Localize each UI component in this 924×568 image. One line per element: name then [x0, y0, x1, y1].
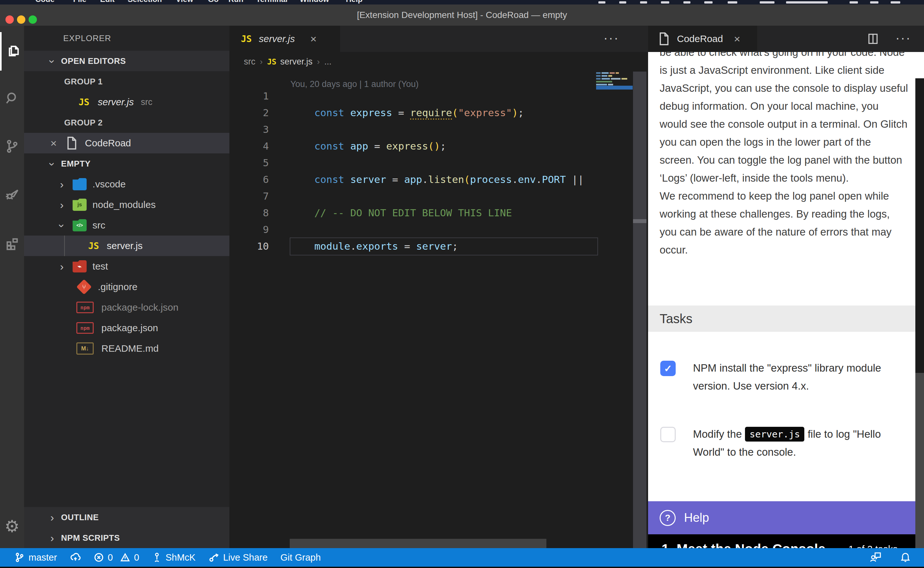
task1-checkbox-checked[interactable]: ✓ — [660, 361, 676, 376]
sync-status[interactable] — [70, 552, 81, 563]
close-tab-icon[interactable]: × — [310, 33, 317, 45]
npm-scripts-section-header[interactable]: › NPM SCRIPTS — [24, 527, 229, 548]
source-control-activity-button[interactable] — [0, 128, 24, 166]
code-line-3[interactable]: const app = express(); — [290, 121, 446, 137]
menu-item-code[interactable]: Code — [35, 0, 54, 4]
editor-scrollbar-thumb[interactable] — [633, 219, 647, 223]
open-editors-header[interactable]: › OPEN EDITORS — [24, 51, 229, 71]
code-line-9[interactable]: module.exports = server; — [290, 221, 458, 238]
menubar-status-icon — [619, 1, 626, 3]
editor-more-actions-icon[interactable]: ··· — [603, 31, 619, 45]
menu-item-help[interactable]: Help — [346, 0, 363, 4]
search-activity-button[interactable] — [0, 80, 24, 118]
notifications-bell-icon[interactable] — [900, 551, 911, 564]
code-token: ( — [452, 107, 458, 118]
tree-item-gitignore[interactable]: ⑂ .gitignore — [24, 276, 229, 297]
code-line-7[interactable]: // -- DO NOT EDIT BELOW THIS LINE — [290, 188, 512, 204]
debug-icon — [5, 186, 20, 202]
menu-item-go[interactable]: Go — [208, 0, 219, 4]
tree-item-label: test — [92, 261, 108, 272]
code-token: env — [518, 174, 536, 185]
tree-item-package-json[interactable]: npm package.json — [24, 318, 229, 338]
minimap[interactable] — [596, 71, 633, 123]
tree-item-label: package.json — [101, 323, 158, 334]
workspace-header[interactable]: › EMPTY — [24, 153, 229, 174]
liveshare-user-status[interactable]: ShMcK — [152, 552, 195, 563]
breadcrumb-symbol[interactable]: ... — [324, 57, 332, 67]
menu-item-file[interactable]: File — [73, 0, 86, 4]
editor-tab-bar: JS server.js × ··· — [229, 26, 648, 52]
open-editor-item-serverjs[interactable]: JS server.js src — [24, 92, 229, 112]
menu-item-edit[interactable]: Edit — [100, 0, 115, 4]
macos-menu-bar: Code File Edit Selection View Go Run Ter… — [0, 0, 924, 5]
npm-icon: npm — [76, 302, 94, 313]
line-number: 3 — [243, 121, 269, 137]
settings-gear-button[interactable]: ⚙ — [0, 507, 24, 545]
code-line-5[interactable]: const server = app.listen(process.env.PO… — [290, 154, 584, 171]
editor-scrollbar-track[interactable] — [633, 71, 647, 548]
tree-item-src[interactable]: › </> src — [24, 215, 229, 236]
breadcrumb-file[interactable]: server.js — [280, 57, 313, 67]
line-number: 1 — [243, 88, 269, 104]
tab-coderoad[interactable]: CodeRoad × — [648, 26, 757, 52]
search-icon — [5, 91, 20, 107]
feedback-icon[interactable] — [869, 551, 882, 564]
extensions-activity-button[interactable] — [0, 225, 24, 263]
split-editor-icon[interactable] — [867, 33, 879, 46]
live-share-label: Live Share — [223, 552, 268, 563]
problems-status[interactable]: 0 0 — [94, 552, 139, 563]
line-number: 8 — [243, 204, 269, 221]
open-editor-item-coderoad[interactable]: × CodeRoad — [24, 133, 229, 153]
menu-item-view[interactable]: View — [176, 0, 193, 4]
minimap-current-line — [596, 86, 633, 89]
chevron-right-icon: › — [60, 261, 63, 272]
tree-item-package-lock[interactable]: npm package-lock.json — [24, 297, 229, 318]
file-page-icon — [658, 32, 669, 45]
menu-item-run[interactable]: Run — [228, 0, 244, 4]
webview-scrollbar-thumb[interactable] — [915, 373, 924, 548]
tree-item-node-modules[interactable]: › js node_modules — [24, 195, 229, 215]
line-number: 6 — [243, 171, 269, 188]
breadcrumb: src › JS server.js › ... — [244, 52, 332, 71]
run-debug-activity-button[interactable] — [0, 175, 24, 214]
tasks-title: Tasks — [660, 311, 692, 326]
close-icon[interactable]: × — [50, 137, 57, 150]
menubar-clock — [786, 1, 828, 3]
help-button[interactable]: ? Help — [648, 501, 915, 534]
explorer-activity-button[interactable] — [0, 32, 26, 71]
tree-item-label: src — [92, 220, 105, 231]
tree-item-vscode[interactable]: › .vscode — [24, 174, 229, 195]
tab-serverjs[interactable]: JS server.js × — [229, 26, 340, 52]
task2-text: Modify the server.js file to log "Hello … — [693, 425, 881, 461]
menubar-status-icon — [661, 1, 669, 3]
code-token: require — [410, 107, 452, 120]
task2-checkbox-unchecked[interactable] — [660, 427, 676, 442]
menu-item-terminal[interactable]: Terminal — [256, 0, 288, 4]
breadcrumb-src[interactable]: src — [244, 57, 255, 67]
tree-item-serverjs-selected[interactable]: JS server.js — [24, 236, 229, 256]
lesson-header[interactable]: 1. Meet the Node Console 1 of 2 tasks — [648, 534, 915, 548]
webview-scrollbar-track[interactable] — [915, 78, 924, 373]
status-bar: master 0 0 ShMcK Live Share Git Graph — [0, 548, 924, 567]
outline-section-header[interactable]: › OUTLINE — [24, 507, 229, 527]
code-line-1[interactable]: const express = require("express"); — [290, 88, 524, 104]
horizontal-scrollbar-thumb[interactable] — [290, 539, 546, 548]
code-token: ; — [518, 107, 524, 118]
git-graph-status[interactable]: Git Graph — [280, 552, 321, 563]
tree-item-test[interactable]: › ⌁ test — [24, 256, 229, 276]
menu-item-selection[interactable]: Selection — [128, 0, 162, 4]
tree-item-readme[interactable]: M↓ README.md — [24, 338, 229, 359]
code-token: listen — [428, 174, 464, 185]
code-token: = — [392, 107, 410, 118]
close-tab-icon[interactable]: × — [734, 33, 740, 45]
code-token: "express" — [458, 107, 512, 118]
line-number-active: 10 — [243, 238, 269, 254]
code-token: . — [422, 174, 428, 185]
menu-item-window[interactable]: Window — [300, 0, 329, 4]
explorer-title: EXPLORER — [63, 33, 112, 43]
src-folder-icon: </> — [72, 219, 87, 231]
panel-more-actions-icon[interactable]: ··· — [895, 31, 911, 45]
live-share-status[interactable]: Live Share — [208, 552, 268, 563]
git-branch-status[interactable]: master — [14, 552, 57, 563]
code-token: const — [314, 174, 344, 185]
